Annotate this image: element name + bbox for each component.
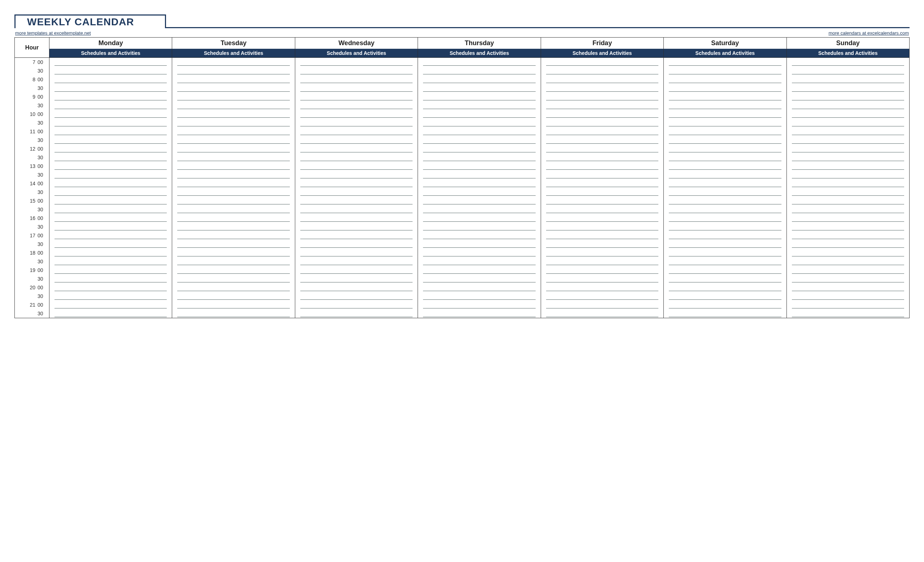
schedule-slot[interactable] [546,197,658,205]
schedule-slot[interactable] [546,179,658,188]
schedule-slot[interactable] [300,205,412,214]
schedule-slot[interactable] [669,292,781,301]
schedule-slot[interactable] [546,170,658,179]
schedule-slot[interactable] [669,92,781,101]
schedule-slot[interactable] [423,197,535,205]
schedule-slot[interactable] [300,127,412,136]
schedule-slot[interactable] [423,75,535,84]
schedule-slot[interactable] [177,92,290,101]
schedule-slot[interactable] [423,309,535,318]
schedule-slot[interactable] [546,231,658,240]
schedule-slot[interactable] [792,58,904,66]
schedule-slot[interactable] [423,301,535,309]
schedule-slot[interactable] [546,283,658,292]
schedule-slot[interactable] [300,144,412,153]
schedule-slot[interactable] [177,75,290,84]
schedule-slot[interactable] [669,275,781,283]
schedule-slot[interactable] [300,248,412,257]
schedule-slot[interactable] [177,153,290,162]
schedule-slot[interactable] [423,231,535,240]
schedule-slot[interactable] [54,162,167,170]
schedule-slot[interactable] [423,144,535,153]
schedule-slot[interactable] [546,101,658,110]
schedule-slot[interactable] [300,119,412,127]
schedule-slot[interactable] [54,266,167,275]
schedule-slot[interactable] [300,257,412,266]
schedule-slot[interactable] [177,119,290,127]
schedule-slot[interactable] [177,205,290,214]
schedule-slot[interactable] [54,222,167,231]
schedule-slot[interactable] [669,222,781,231]
schedule-slot[interactable] [54,58,167,66]
schedule-slot[interactable] [423,66,535,75]
schedule-slot[interactable] [792,205,904,214]
schedule-slot[interactable] [669,144,781,153]
schedule-slot[interactable] [546,292,658,301]
schedule-slot[interactable] [54,257,167,266]
schedule-slot[interactable] [300,75,412,84]
schedule-slot[interactable] [300,170,412,179]
schedule-slot[interactable] [177,231,290,240]
schedule-slot[interactable] [423,205,535,214]
schedule-slot[interactable] [792,309,904,318]
schedule-slot[interactable] [54,231,167,240]
schedule-slot[interactable] [177,292,290,301]
more-calendars-link[interactable]: more calendars at excelcalendars.com [828,30,909,36]
schedule-slot[interactable] [300,283,412,292]
schedule-slot[interactable] [669,197,781,205]
schedule-slot[interactable] [300,153,412,162]
schedule-slot[interactable] [300,231,412,240]
schedule-slot[interactable] [423,127,535,136]
schedule-slot[interactable] [792,92,904,101]
schedule-slot[interactable] [669,101,781,110]
schedule-slot[interactable] [669,309,781,318]
schedule-slot[interactable] [792,119,904,127]
schedule-slot[interactable] [669,110,781,119]
more-templates-link[interactable]: more templates at exceltemplate.net [15,30,91,36]
schedule-slot[interactable] [669,66,781,75]
schedule-slot[interactable] [669,301,781,309]
schedule-slot[interactable] [546,92,658,101]
schedule-slot[interactable] [546,136,658,144]
schedule-slot[interactable] [546,275,658,283]
schedule-slot[interactable] [792,84,904,92]
schedule-slot[interactable] [300,92,412,101]
schedule-slot[interactable] [177,144,290,153]
schedule-slot[interactable] [669,283,781,292]
schedule-slot[interactable] [423,188,535,197]
schedule-slot[interactable] [177,101,290,110]
schedule-slot[interactable] [669,205,781,214]
schedule-slot[interactable] [300,136,412,144]
schedule-slot[interactable] [177,58,290,66]
schedule-slot[interactable] [669,266,781,275]
schedule-slot[interactable] [792,75,904,84]
schedule-slot[interactable] [669,119,781,127]
schedule-slot[interactable] [792,110,904,119]
schedule-slot[interactable] [300,179,412,188]
schedule-slot[interactable] [177,162,290,170]
schedule-slot[interactable] [546,84,658,92]
schedule-slot[interactable] [546,110,658,119]
schedule-slot[interactable] [669,214,781,222]
schedule-slot[interactable] [546,205,658,214]
schedule-slot[interactable] [546,257,658,266]
schedule-slot[interactable] [546,119,658,127]
schedule-slot[interactable] [669,248,781,257]
schedule-slot[interactable] [54,127,167,136]
schedule-slot[interactable] [546,309,658,318]
schedule-slot[interactable] [792,101,904,110]
schedule-slot[interactable] [792,222,904,231]
schedule-slot[interactable] [669,231,781,240]
schedule-slot[interactable] [792,197,904,205]
schedule-slot[interactable] [300,275,412,283]
schedule-slot[interactable] [669,179,781,188]
schedule-slot[interactable] [177,240,290,248]
schedule-slot[interactable] [546,127,658,136]
schedule-slot[interactable] [54,66,167,75]
schedule-slot[interactable] [300,266,412,275]
schedule-slot[interactable] [546,144,658,153]
schedule-slot[interactable] [54,92,167,101]
schedule-slot[interactable] [54,153,167,162]
schedule-slot[interactable] [177,110,290,119]
schedule-slot[interactable] [792,240,904,248]
